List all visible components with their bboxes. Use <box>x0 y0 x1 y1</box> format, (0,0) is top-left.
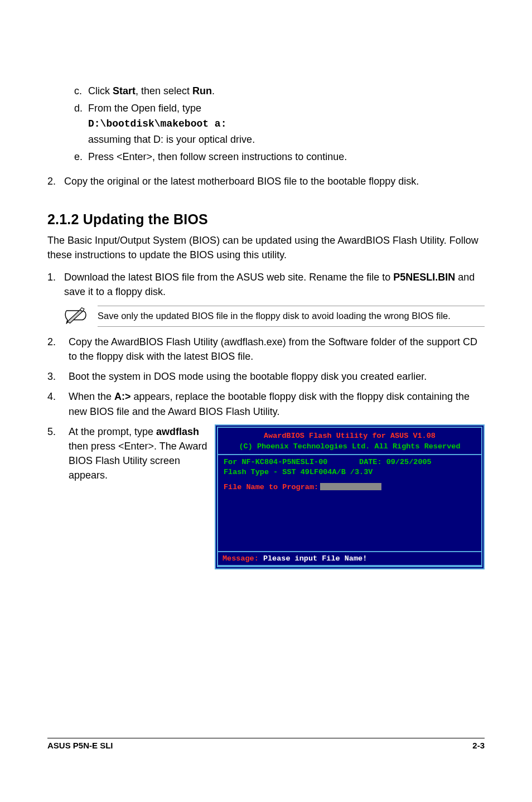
terminal-line: For NF-KC804-P5NESLI-00 DATE: 09/25/2005 <box>224 457 476 467</box>
note-text: Save only the updated BIOS file in the f… <box>98 306 485 327</box>
text: , then select <box>136 85 192 96</box>
text: then press <Enter>. The Award BIOS Flash… <box>69 441 207 481</box>
step-3: 3. Boot the system in DOS mode using the… <box>47 369 485 384</box>
text: Download the latest BIOS file from the A… <box>64 272 393 283</box>
filename: P5NESLI.BIN <box>393 272 455 283</box>
text: When the <box>69 391 114 402</box>
substep-d: d. From the Open field, type D:\bootdisk… <box>74 101 485 147</box>
text: Press <Enter>, then follow screen instru… <box>88 151 347 162</box>
message-text: Please input File Name! <box>259 554 367 563</box>
step-text: Download the latest BIOS file from the A… <box>64 270 485 299</box>
substep-label: e. <box>74 149 88 164</box>
text: Click <box>88 85 113 96</box>
text: At the prompt, type <box>69 426 156 437</box>
step-5: 5. At the prompt, type awdflash then pre… <box>47 424 485 569</box>
step-text: Boot the system in DOS mode using the bo… <box>69 369 485 384</box>
terminal-title: AwardBIOS Flash Utility for ASUS V1.08 <box>224 431 476 441</box>
substep-e: e. Press <Enter>, then follow screen ins… <box>74 149 485 164</box>
terminal-message: Message: Please input File Name! <box>217 551 482 567</box>
substep-text: Click Start, then select Run. <box>88 84 485 98</box>
step-text: Copy the original or the latest motherbo… <box>64 174 485 189</box>
terminal-screenshot: AwardBIOS Flash Utility for ASUS V1.08 (… <box>215 424 485 569</box>
terminal-copyright: (C) Phoenix Technologies Ltd. All Rights… <box>224 442 476 452</box>
footer-product: ASUS P5N-E SLI <box>47 741 113 750</box>
command: awdflash <box>156 426 199 437</box>
code-command: D:\bootdisk\makeboot a: <box>88 117 485 131</box>
footer-page-number: 2-3 <box>472 741 485 750</box>
step-number: 2. <box>47 335 69 364</box>
step-number: 3. <box>47 369 69 384</box>
step-number: 1. <box>47 270 64 299</box>
step-text: Copy the AwardBIOS Flash Utility (awdfla… <box>69 335 485 364</box>
note-callout: Save only the updated BIOS file in the f… <box>64 306 485 327</box>
substep-text: From the Open field, type D:\bootdisk\ma… <box>88 101 485 147</box>
substep-label: d. <box>74 101 88 147</box>
text: . <box>212 85 215 96</box>
substep-label: c. <box>74 84 88 98</box>
cursor-icon <box>320 483 381 490</box>
page-footer: ASUS P5N-E SLI 2-3 <box>47 738 485 750</box>
step-text: When the A:> appears, replace the bootab… <box>69 389 485 418</box>
message-label: Message: <box>223 554 259 563</box>
terminal-prompt: File Name to Program: <box>224 482 476 492</box>
step-2-intro: 2. Copy the original or the latest mothe… <box>47 174 485 189</box>
substep-text: Press <Enter>, then follow screen instru… <box>88 149 485 164</box>
step-1: 1. Download the latest BIOS file from th… <box>47 270 485 299</box>
text: From the Open field, type <box>88 103 201 114</box>
step-number: 4. <box>47 389 69 418</box>
terminal-line: Flash Type - SST 49LF004A/B /3.3V <box>224 467 476 477</box>
pen-icon <box>64 306 98 326</box>
prompt-text: A:> <box>114 391 131 402</box>
step-number: 5. <box>47 424 69 569</box>
step-number: 2. <box>47 174 64 189</box>
step-2: 2. Copy the AwardBIOS Flash Utility (awd… <box>47 335 485 364</box>
ui-term: Run <box>192 85 212 96</box>
substep-c: c. Click Start, then select Run. <box>74 84 485 98</box>
section-heading: 2.1.2 Updating the BIOS <box>47 211 485 228</box>
terminal-window: AwardBIOS Flash Utility for ASUS V1.08 (… <box>215 424 485 569</box>
step-4: 4. When the A:> appears, replace the boo… <box>47 389 485 418</box>
step-text: At the prompt, type awdflash then press … <box>69 424 215 569</box>
section-intro: The Basic Input/Output System (BIOS) can… <box>47 233 485 262</box>
text: assuming that D: is your optical drive. <box>88 132 485 147</box>
ui-term: Start <box>113 85 136 96</box>
